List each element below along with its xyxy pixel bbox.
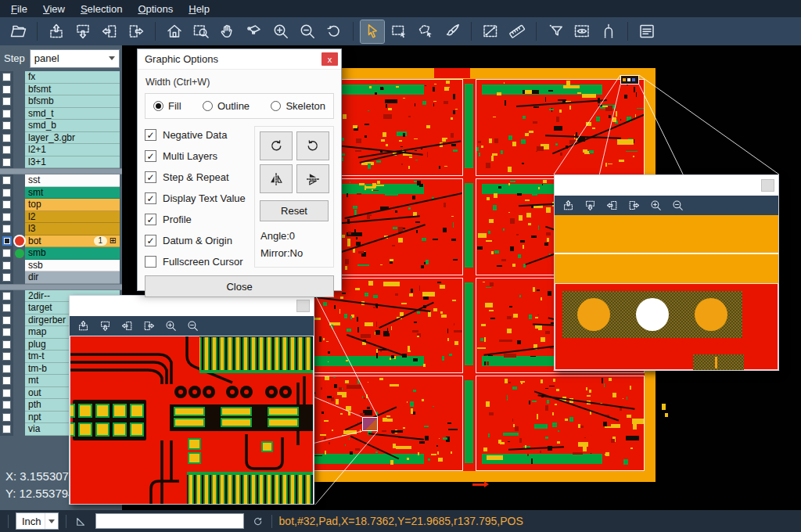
zoom-previous-button[interactable] [322,20,346,43]
layer-visibility-checkbox[interactable] [2,261,11,270]
popup-window-button[interactable] [761,179,774,192]
refresh-icon[interactable] [251,515,264,528]
radio-fill[interactable]: Fill [153,100,181,112]
layer-bot[interactable]: bot1⊞ [25,235,120,248]
popup-title-bar[interactable] [555,175,778,196]
layer-visibility-checkbox[interactable] [2,158,11,167]
layer-l3+1[interactable]: l3+1 [25,156,120,169]
layer-smd_t[interactable]: smd_t [25,108,120,120]
layer-visibility-checkbox[interactable] [2,121,11,130]
snap-button[interactable] [597,20,620,43]
zoom-object-button[interactable] [242,20,266,43]
layer-l3[interactable]: l3 [25,223,120,235]
zoom-out-button[interactable] [186,319,199,332]
checkbox-multi-layers[interactable]: ✓Multi Layers [145,150,254,162]
shift-up-button[interactable] [77,319,90,332]
view-options-button[interactable] [570,20,594,43]
close-icon[interactable]: x [321,52,338,66]
layer-visibility-checkbox[interactable] [2,134,11,142]
layer-bfsmt[interactable]: bfsmt [25,84,120,96]
popup-window-button[interactable] [296,300,310,312]
layer-smb[interactable]: smb [25,247,120,260]
shift-down-button[interactable] [584,199,597,212]
zoom-out-button[interactable] [296,20,319,43]
layer-visibility-checkbox[interactable] [2,176,11,185]
shift-left-button[interactable] [605,199,619,212]
menu-selection[interactable]: Selection [73,2,130,16]
layer-dir[interactable]: dir [25,271,120,284]
shift-down-button[interactable] [71,20,95,43]
layer-visibility-checkbox[interactable] [2,73,11,81]
layer-visibility-checkbox[interactable] [2,292,11,300]
shift-right-button[interactable] [627,199,641,212]
layer-visibility-checkbox[interactable] [2,213,11,221]
layer-visibility-checkbox[interactable] [2,110,11,118]
zoom-home-button[interactable] [163,20,186,43]
radio-skeleton[interactable]: Skeleton [271,100,325,112]
reset-button[interactable]: Reset [260,200,329,221]
menu-view[interactable]: View [35,2,73,16]
shift-up-button[interactable] [562,199,575,212]
layer-l2[interactable]: l2 [25,211,120,224]
layer-fx[interactable]: fx [25,71,120,84]
checkbox-profile[interactable]: ✓Profile [145,214,254,225]
shift-right-button[interactable] [124,20,148,43]
layer-visibility-checkbox[interactable] [2,304,11,312]
command-input[interactable] [95,513,244,529]
dialog-title-bar[interactable]: Graphic Options x [138,49,341,70]
shift-up-button[interactable] [45,20,68,43]
snap-corner-icon[interactable] [74,514,88,529]
layer-visibility-checkbox[interactable] [2,352,11,361]
layer-bfsmb[interactable]: bfsmb [25,95,120,108]
zoom-popup-right[interactable] [554,174,779,371]
layer-visibility-checkbox[interactable] [2,340,11,349]
radio-outline[interactable]: Outline [203,100,250,112]
shift-left-button[interactable] [98,20,121,43]
menu-options[interactable]: Options [130,2,181,16]
layer-visibility-checkbox[interactable] [2,365,11,373]
zoom-popup-left[interactable] [69,295,314,505]
rotate-cw-button[interactable] [260,131,293,160]
checkbox-negative-data[interactable]: ✓Negative Data [145,129,254,141]
layer-visibility-checkbox[interactable] [2,249,11,257]
report-button[interactable] [635,20,659,43]
select-button[interactable] [361,20,384,43]
layer-visibility-checkbox[interactable] [2,401,11,409]
zoom-window-button[interactable] [189,20,213,43]
layer-l2+1[interactable]: l2+1 [25,144,120,156]
zoom-in-button[interactable] [269,20,293,43]
close-button[interactable]: Close [145,275,334,297]
step-select[interactable]: panel [30,49,120,68]
select-rect-button[interactable] [387,20,411,43]
shift-left-button[interactable] [120,319,134,332]
layer-visibility-checkbox[interactable] [2,425,11,433]
layer-smd_b[interactable]: smd_b [25,120,120,132]
paint-button[interactable] [440,20,464,43]
zoom-in-button[interactable] [164,319,178,332]
layer-visibility-checkbox[interactable] [2,146,11,154]
zoom-in-button[interactable] [649,199,663,212]
pan-button[interactable] [216,20,239,43]
mirror-vertical-button[interactable] [296,164,329,193]
layer-visibility-checkbox[interactable] [2,413,11,422]
open-file-button[interactable] [6,20,30,43]
layer-visibility-checkbox[interactable] [2,200,11,209]
layer-visibility-checkbox[interactable] [2,273,11,282]
layer-visibility-checkbox[interactable] [2,316,11,325]
layer-top[interactable]: top [25,199,120,211]
layer-visibility-checkbox[interactable] [2,85,11,94]
checkbox-display-text-value[interactable]: ✓Display Text Value [145,192,254,204]
layer-smt[interactable]: smt [25,187,120,200]
layer-visibility-checkbox[interactable] [2,189,11,197]
unit-select[interactable]: Inch [16,512,59,530]
layer-visibility-checkbox[interactable] [2,376,11,385]
layer-visibility-checkbox[interactable] [2,328,11,336]
shift-down-button[interactable] [99,319,112,332]
checkbox-step-repeat[interactable]: ✓Step & Repeat [145,171,254,183]
checkbox-datum-origin[interactable]: ✓Datum & Origin [145,235,254,246]
zoom-out-button[interactable] [671,199,684,212]
menu-file[interactable]: File [3,2,35,16]
layer-layer_3.gbr[interactable]: layer_3.gbr [25,132,120,145]
measure-button[interactable] [479,20,502,43]
filter-button[interactable] [544,20,567,43]
